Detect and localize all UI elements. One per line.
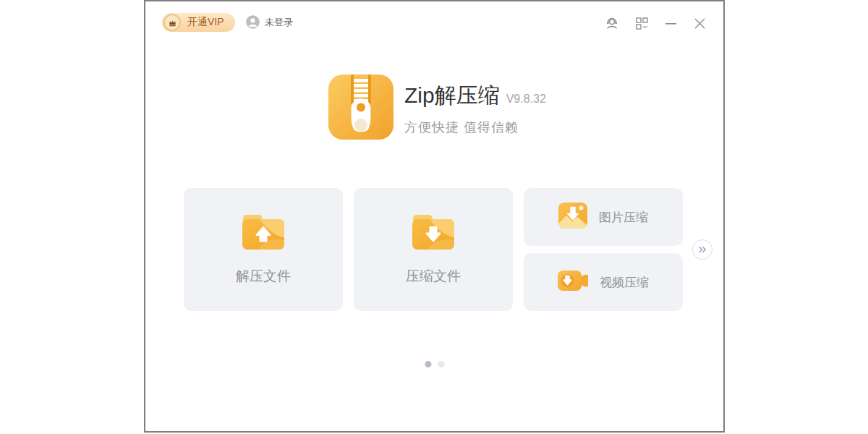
image-compress-icon [558,203,587,231]
login-label: 未登录 [265,16,293,29]
avatar-icon [246,15,260,29]
carousel-pager [425,361,444,367]
pager-dot[interactable] [438,361,444,367]
apps-grid-icon[interactable] [636,17,648,30]
pager-dot-active[interactable] [425,361,431,367]
app-window: 开通VIP 未登录 [144,0,725,433]
app-subtitle: 方便快捷 值得信赖 [404,119,546,136]
app-title: Zip解压缩 [404,81,500,111]
chevron-double-right-icon [697,244,707,255]
app-version: V9.8.32 [506,93,546,106]
desktop-background: 开通VIP 未登录 [0,0,868,434]
minimize-icon[interactable] [665,17,677,30]
app-header: Zip解压缩 V9.8.32 方便快捷 值得信赖 [328,75,546,140]
compress-files-card[interactable]: 压缩文件 [354,188,513,311]
extract-files-card[interactable]: 解压文件 [184,188,343,311]
vip-button-label: 开通VIP [187,16,224,29]
vip-button[interactable]: 开通VIP [162,13,235,32]
card-label: 解压文件 [236,267,291,286]
titlebar-actions [605,16,706,30]
login-status[interactable]: 未登录 [246,15,293,29]
folder-up-icon [242,215,284,250]
card-label: 视频压缩 [600,274,649,291]
crown-icon [163,14,181,31]
close-icon[interactable] [694,17,706,30]
card-label: 图片压缩 [599,209,648,226]
support-headset-icon[interactable] [605,16,619,30]
carousel-next-button[interactable] [692,239,712,260]
image-compress-card[interactable]: 图片压缩 [524,188,683,246]
app-header-text: Zip解压缩 V9.8.32 方便快捷 值得信赖 [404,75,546,140]
folder-down-icon [412,215,454,250]
card-label: 压缩文件 [406,267,461,286]
zip-app-logo-icon [328,75,393,140]
video-compress-icon [558,268,588,296]
video-compress-card[interactable]: 视频压缩 [524,253,683,311]
